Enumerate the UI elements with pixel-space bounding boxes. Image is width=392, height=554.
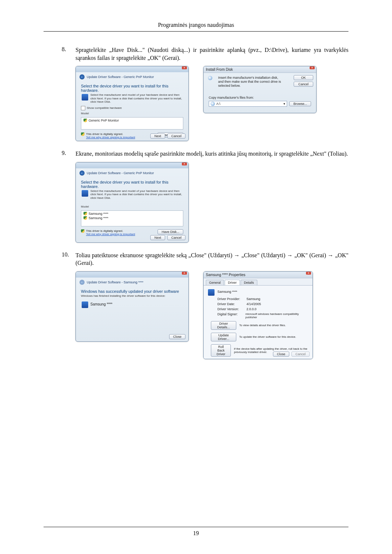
next-button[interactable]: Next <box>150 134 165 139</box>
device-icon <box>82 94 88 100</box>
dialog4-breadcrumb: Update Driver Software - Samsung **** <box>87 280 143 284</box>
shield-icon <box>83 212 87 216</box>
next-button[interactable]: Next <box>150 235 165 240</box>
dialog5-title: Samsung **** Properties <box>206 273 245 277</box>
provider-label: Driver Provider: <box>217 297 246 301</box>
cancel-button[interactable]: Cancel <box>167 134 185 139</box>
signer-value: microsoft windows hardware compatibility… <box>245 312 309 319</box>
step8-number: 8. <box>62 46 75 62</box>
disk-icon <box>208 76 212 80</box>
list-item[interactable]: Samsung **** <box>82 212 182 216</box>
dialog2-message: Insert the manufacturer's installation d… <box>218 76 283 87</box>
dialog1-hint: Select the manufacturer and model of you… <box>76 93 188 105</box>
path-field[interactable]: A:\▾ <box>209 101 287 107</box>
device-icon <box>208 289 215 296</box>
device-name: Samsung **** <box>217 290 309 294</box>
shield-icon <box>81 132 85 136</box>
list-item[interactable]: Generic PnP Monitor <box>82 118 182 123</box>
update-driver-button[interactable]: Update Driver... <box>211 333 236 341</box>
show-compatible-checkbox[interactable] <box>81 106 85 110</box>
shield-icon <box>81 229 85 233</box>
back-icon[interactable]: ← <box>79 171 85 176</box>
install-from-disk-dialog: Install From Disk✕ Insert the manufactur… <box>203 66 317 113</box>
update-driver-desc: To update the driver software for this d… <box>239 335 296 338</box>
close-icon[interactable]: ✕ <box>182 66 187 69</box>
update-driver-dialog-1: ✕ ← Update Driver Software - Generic PnP… <box>75 66 189 141</box>
properties-dialog: Samsung **** Properties✕ General Driver … <box>203 271 313 359</box>
page-header: Programinės įrangos naudojimas <box>44 22 348 32</box>
list-item[interactable]: Samsung **** <box>82 216 182 220</box>
device-icon <box>82 301 88 308</box>
dialog4-hint: Windows has finished installing the driv… <box>76 294 188 299</box>
copy-from-label: Copy manufacturer's files from: <box>204 95 316 100</box>
step9-text: Ekrane, monitoriaus modelių sąraše pasir… <box>75 150 348 158</box>
close-button[interactable]: Close <box>169 334 185 339</box>
dialog1-breadcrumb: Update Driver Software - Generic PnP Mon… <box>87 75 154 79</box>
model-label: Model <box>76 111 188 116</box>
dialog2-title: Install From Disk <box>206 67 233 71</box>
tab-general[interactable]: General <box>206 280 224 285</box>
browse-button[interactable]: Browse... <box>289 101 311 106</box>
cancel-button[interactable]: Cancel <box>167 235 185 240</box>
date-label: Driver Date: <box>217 302 246 306</box>
cancel-button: Cancel <box>291 352 310 357</box>
close-icon[interactable]: ✕ <box>310 66 315 69</box>
back-icon[interactable]: ← <box>79 74 85 79</box>
date-value: 4/14/2005 <box>246 302 261 306</box>
digitally-signed-label: This driver is digitally signed. <box>86 132 135 136</box>
shield-icon <box>83 119 87 122</box>
dialog3-breadcrumb: Update Driver Software - Generic PnP Mon… <box>87 171 154 175</box>
back-icon: ← <box>79 280 85 285</box>
list-item-label: Generic PnP Monitor <box>89 119 119 122</box>
step8-text: Spragtelėkite „Have Disk..." (Naudoti di… <box>75 46 348 62</box>
cancel-button[interactable]: Cancel <box>294 82 313 87</box>
list-item-label: Samsung **** <box>89 212 109 216</box>
tab-driver[interactable]: Driver <box>225 280 240 285</box>
dialog3-hint: Select the manufacturer and model of you… <box>76 189 188 201</box>
digitally-signed-label: This driver is digitally signed. <box>86 229 135 233</box>
signing-info-link[interactable]: Tell me why driver signing is important <box>86 136 135 139</box>
dialog1-title: Select the device driver you want to ins… <box>76 82 188 93</box>
tab-details[interactable]: Details <box>241 280 257 285</box>
dialog4-title: Windows has successfully updated your dr… <box>76 287 188 294</box>
driver-details-button[interactable]: Driver Details... <box>211 321 236 330</box>
have-disk-button[interactable]: Have Disk... <box>158 229 183 234</box>
device-icon <box>82 190 88 197</box>
provider-value: Samsung <box>246 297 260 301</box>
roll-back-button[interactable]: Roll Back Driver <box>211 344 231 357</box>
update-success-dialog: ✕ ← Update Driver Software - Samsung ***… <box>75 271 189 342</box>
ok-button[interactable]: OK <box>294 75 313 80</box>
list-item-label: Samsung **** <box>89 216 109 220</box>
page-number: 19 <box>193 530 199 536</box>
close-button[interactable]: Close <box>273 352 289 357</box>
close-icon[interactable]: ✕ <box>182 272 187 275</box>
path-value: A:\ <box>216 102 220 106</box>
dialog3-title: Select the device driver you want to ins… <box>76 178 188 189</box>
close-icon[interactable]: ✕ <box>182 163 187 165</box>
shield-icon <box>83 216 87 220</box>
signing-info-link[interactable]: Tell me why driver signing is important <box>86 233 135 236</box>
driver-details-desc: To view details about the driver files. <box>239 324 286 327</box>
version-label: Driver Version: <box>217 307 246 311</box>
close-icon[interactable]: ✕ <box>306 272 311 275</box>
step10-number: 10. <box>62 251 75 267</box>
model-label: Model <box>76 204 188 209</box>
device-name: Samsung **** <box>81 302 183 306</box>
step9-number: 9. <box>62 150 75 158</box>
signer-label: Digital Signer: <box>217 312 245 319</box>
disk-icon <box>211 102 215 106</box>
version-value: 2.0.0.0 <box>246 307 257 311</box>
update-driver-dialog-2: ✕ ← Update Driver Software - Generic PnP… <box>75 162 189 243</box>
step10-text: Toliau pateiktuose ekranuose spragtelėki… <box>75 251 348 267</box>
show-compatible-label: Show compatible hardware <box>87 106 122 110</box>
